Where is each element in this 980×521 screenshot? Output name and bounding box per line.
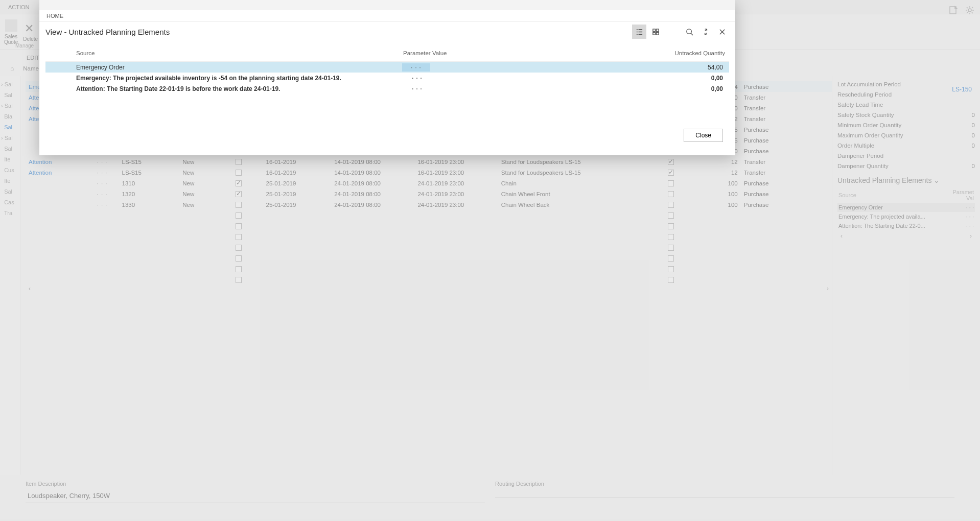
- modal-row-source: Attention: The Starting Date 22-01-19 is…: [76, 85, 403, 92]
- modal-row[interactable]: Emergency: The projected available inven…: [45, 73, 729, 83]
- modal-tab-home[interactable]: HOME: [39, 10, 735, 21]
- svg-rect-3: [656, 29, 659, 31]
- modal-untracked-planning: HOME View - Untracked Planning Elements …: [39, 0, 735, 155]
- more-icon[interactable]: · · ·: [403, 86, 431, 92]
- search-button[interactable]: [682, 25, 696, 39]
- modal-row[interactable]: Attention: The Starting Date 22-01-19 is…: [45, 83, 729, 94]
- close-button[interactable]: Close: [684, 129, 723, 142]
- col-header-param-value[interactable]: Parameter Value: [403, 50, 577, 56]
- view-list-button[interactable]: [632, 25, 646, 39]
- modal-row-qty: 54,00: [430, 64, 725, 71]
- svg-rect-2: [652, 29, 655, 31]
- col-header-untracked-qty[interactable]: Untracked Quantity: [577, 50, 729, 56]
- svg-rect-4: [652, 32, 655, 35]
- more-icon[interactable]: · · ·: [402, 63, 430, 72]
- modal-title: View - Untracked Planning Elements: [45, 28, 632, 36]
- close-icon[interactable]: [715, 25, 729, 39]
- modal-row-source: Emergency Order: [76, 64, 403, 71]
- more-icon[interactable]: · · ·: [403, 75, 431, 81]
- collapse-button[interactable]: [698, 25, 713, 39]
- modal-row-qty: 0,00: [431, 85, 725, 92]
- modal-row-qty: 0,00: [431, 75, 725, 82]
- view-tiles-button[interactable]: [648, 25, 663, 39]
- modal-row[interactable]: Emergency Order · · · 54,00: [45, 62, 729, 73]
- svg-point-6: [686, 29, 691, 33]
- modal-row-source: Emergency: The projected available inven…: [76, 75, 403, 82]
- col-header-source[interactable]: Source: [76, 50, 403, 56]
- svg-rect-5: [656, 32, 659, 35]
